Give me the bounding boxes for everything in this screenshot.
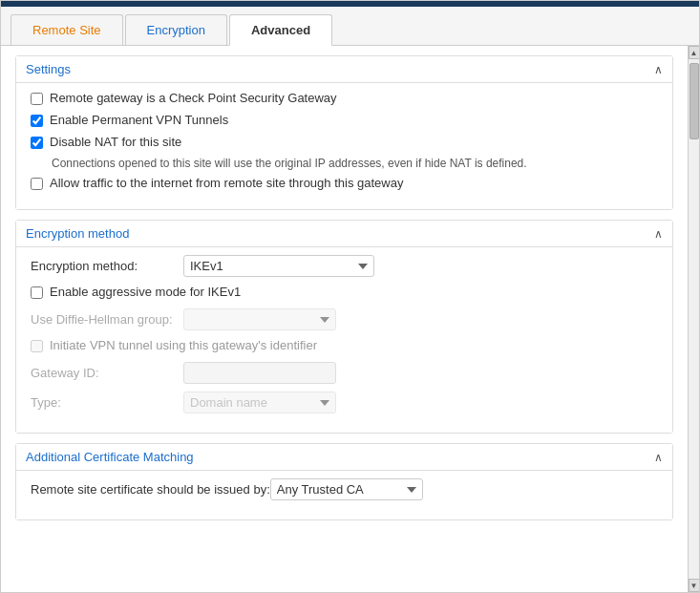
initiate-vpn-checkbox[interactable] [31, 340, 43, 352]
tab-remote-site[interactable]: Remote Site [11, 14, 123, 45]
checkbox-row-disable-nat: Disable NAT for this site [31, 135, 658, 149]
disable-nat-label: Disable NAT for this site [50, 135, 181, 149]
scroll-down-arrow[interactable]: ▼ [689, 579, 700, 592]
additional-cert-chevron-up-icon: ∧ [654, 451, 663, 464]
tab-advanced[interactable]: Advanced [229, 14, 332, 46]
dh-group-row: Use Diffie-Hellman group: [31, 308, 658, 330]
checkbox-row-initiate: Initiate VPN tunnel using this gateway's… [31, 338, 658, 352]
disable-nat-checkbox[interactable] [31, 137, 43, 149]
check-point-gateway-checkbox[interactable] [31, 93, 43, 105]
scroll-up-arrow[interactable]: ▲ [689, 46, 700, 59]
additional-cert-title: Additional Certificate Matching [26, 450, 194, 464]
encryption-method-header[interactable]: Encryption method ∧ [16, 221, 672, 246]
additional-cert-section: Additional Certificate Matching ∧ Remote… [15, 443, 673, 520]
tab-encryption[interactable]: Encryption [125, 14, 227, 45]
settings-section: Settings ∧ Remote gateway is a Check Poi… [15, 55, 673, 210]
encryption-method-section: Encryption method ∧ Encryption method: I… [15, 220, 673, 434]
initiate-vpn-label: Initiate VPN tunnel using this gateway's… [50, 338, 317, 352]
checkbox-row-check-point: Remote gateway is a Check Point Security… [31, 91, 658, 105]
encryption-method-title: Encryption method [26, 226, 129, 241]
disable-nat-note: Connections opened to this site will use… [52, 157, 658, 170]
additional-cert-header[interactable]: Additional Certificate Matching ∧ [16, 444, 672, 470]
allow-traffic-checkbox[interactable] [31, 178, 43, 190]
aggressive-mode-label: Enable aggressive mode for IKEv1 [50, 285, 241, 299]
dh-group-label: Use Diffie-Hellman group: [31, 312, 183, 327]
issued-by-row: Remote site certificate should be issued… [31, 478, 658, 500]
gateway-id-label: Gateway ID: [31, 366, 183, 380]
enable-vpn-tunnels-checkbox[interactable] [31, 115, 43, 127]
tabs-bar: Remote Site Encryption Advanced [1, 7, 699, 46]
settings-chevron-up-icon: ∧ [654, 63, 663, 76]
issued-by-select[interactable]: Any Trusted CA Specific CA [270, 478, 423, 500]
scroll-thumb[interactable] [689, 63, 699, 139]
type-label: Type: [31, 395, 183, 410]
enable-vpn-tunnels-label: Enable Permanent VPN Tunnels [50, 113, 228, 127]
encryption-method-body: Encryption method: IKEv1 IKEv2 Enable ag… [16, 246, 672, 433]
checkbox-row-aggressive: Enable aggressive mode for IKEv1 [31, 285, 658, 299]
additional-cert-body: Remote site certificate should be issued… [16, 470, 672, 519]
dh-group-select[interactable] [183, 308, 336, 330]
encryption-method-select[interactable]: IKEv1 IKEv2 [183, 255, 374, 277]
settings-section-header[interactable]: Settings ∧ [16, 56, 672, 82]
gateway-id-input[interactable] [183, 362, 336, 384]
allow-traffic-label: Allow traffic to the internet from remot… [50, 176, 403, 190]
checkbox-row-allow-traffic: Allow traffic to the internet from remot… [31, 176, 658, 190]
gateway-id-row: Gateway ID: [31, 362, 658, 384]
type-row: Type: Domain name [31, 392, 658, 413]
checkbox-row-vpn-tunnels: Enable Permanent VPN Tunnels [31, 113, 658, 127]
aggressive-mode-checkbox[interactable] [31, 286, 43, 299]
encryption-method-row: Encryption method: IKEv1 IKEv2 [31, 255, 658, 277]
encryption-method-label: Encryption method: [31, 259, 183, 273]
encryption-method-chevron-up-icon: ∧ [654, 227, 663, 241]
settings-title: Settings [26, 62, 71, 76]
settings-section-body: Remote gateway is a Check Point Security… [16, 82, 672, 209]
type-select[interactable]: Domain name [183, 392, 336, 413]
check-point-gateway-label: Remote gateway is a Check Point Security… [50, 91, 337, 105]
scrollbar: ▲ ▼ [688, 46, 699, 592]
issued-by-label: Remote site certificate should be issued… [31, 482, 270, 497]
